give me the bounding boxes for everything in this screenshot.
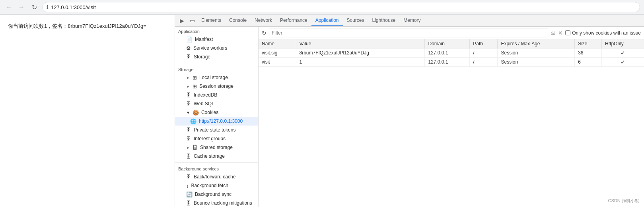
section-header-application: Application: [175, 27, 258, 35]
page-content: 你当前访问次数1，签名：8rbum7FIQz1exufJPl12a0uYDJg=…: [0, 15, 644, 207]
sidebar-item-cookies[interactable]: ▼ 🍪 Cookies: [175, 108, 258, 117]
bounce-tracking-label: Bounce tracking mitigations: [194, 200, 252, 206]
sidebar-item-cache-storage[interactable]: 🗄 Cache storage: [175, 152, 258, 161]
back-forward-cache-label: Back/forward cache: [194, 174, 235, 180]
cookies-data-table: Name Value Domain Path Expires / Max-Age…: [259, 39, 644, 67]
table-row[interactable]: visit.sig 8rbum7FIQz1exufJPl12a0uYDJg 12…: [259, 48, 644, 58]
sidebar-item-storage[interactable]: 🗄 Storage: [175, 52, 258, 61]
back-forward-cache-icon: 🗄: [186, 174, 191, 180]
col-name[interactable]: Name: [259, 39, 296, 48]
sidebar-item-background-sync[interactable]: 🔄 Background sync: [175, 190, 258, 199]
sidebar-item-shared-storage[interactable]: ► 🗄 Shared storage: [175, 143, 258, 152]
section-header-background-services: Background services: [175, 164, 258, 172]
cookies-url-label: http://127.0.0.1:3000: [199, 118, 243, 124]
cell-name-2: visit: [259, 58, 296, 67]
sidebar-item-local-storage[interactable]: ► ⊞ Local storage: [175, 73, 258, 82]
browser-toolbar: ← → ↻ ℹ 127.0.0.1:3000/visit: [0, 0, 644, 14]
cell-name-1: visit.sig: [259, 48, 296, 58]
devtools-tabs: ▶ ▭ Elements Console Network Performance…: [175, 15, 644, 27]
tab-memory[interactable]: Memory: [399, 15, 424, 26]
cache-storage-icon: 🗄: [186, 153, 191, 159]
divider-1: [175, 63, 258, 63]
sidebar-item-indexeddb[interactable]: 🗄 IndexedDB: [175, 91, 258, 99]
service-workers-label: Service workers: [193, 45, 227, 51]
web-sql-label: Web SQL: [194, 101, 214, 106]
cell-domain-2: 127.0.0.1: [425, 58, 470, 67]
address-bar[interactable]: ℹ 127.0.0.1:3000/visit: [42, 2, 640, 12]
sidebar-item-manifest[interactable]: 📄 Manifest: [175, 35, 258, 44]
cell-path-1: /: [470, 48, 498, 58]
url-text: 127.0.0.1:3000/visit: [51, 4, 96, 10]
sidebar-item-private-state-tokens[interactable]: 🗄 Private state tokens: [175, 126, 258, 134]
background-sync-icon: 🔄: [186, 192, 193, 197]
background-fetch-label: Background fetch: [191, 183, 228, 188]
shared-storage-label: Shared storage: [200, 145, 233, 150]
arrow-shared-storage: ►: [186, 145, 190, 150]
sidebar-item-background-fetch[interactable]: ↕ Background fetch: [175, 181, 258, 190]
watermark-text: CSDN @凯小默: [608, 198, 639, 203]
local-storage-icon: ⊞: [193, 75, 197, 81]
col-domain[interactable]: Domain: [425, 39, 470, 48]
session-storage-label: Session storage: [199, 83, 233, 89]
sidebar-item-interest-groups[interactable]: 🗄 Interest groups: [175, 134, 258, 143]
col-path[interactable]: Path: [470, 39, 498, 48]
reload-button[interactable]: ↻: [29, 2, 39, 12]
devtools-main: ↻ ⚖ ✕ Only show cookies with an issue N: [259, 27, 644, 207]
storage-icon: 🗄: [186, 54, 191, 60]
filter-funnel-button[interactable]: ⚖: [551, 30, 556, 36]
manifest-label: Manifest: [195, 37, 213, 42]
forward-button[interactable]: →: [17, 2, 26, 12]
cell-size-1: 36: [575, 48, 602, 58]
cell-domain-1: 127.0.0.1: [425, 48, 470, 58]
manifest-icon: 📄: [186, 37, 193, 43]
httponly-check-1: ✓: [621, 50, 625, 56]
col-expires[interactable]: Expires / Max-Age: [498, 39, 575, 48]
devtools-icon-cursor[interactable]: ▶: [177, 15, 187, 26]
cookies-label: Cookies: [201, 110, 218, 115]
sidebar-item-back-forward-cache[interactable]: 🗄 Back/forward cache: [175, 172, 258, 181]
interest-groups-label: Interest groups: [194, 136, 226, 141]
filter-bar: ↻ ⚖ ✕ Only show cookies with an issue: [259, 27, 644, 39]
cookies-url-icon: 🌐: [190, 118, 197, 124]
background-sync-label: Background sync: [195, 192, 232, 197]
table-row[interactable]: visit 1 127.0.0.1 / Session 6 ✓: [259, 58, 644, 67]
filter-input[interactable]: [269, 29, 548, 37]
col-size[interactable]: Size: [575, 39, 602, 48]
cookies-icon: 🍪: [193, 110, 199, 116]
indexeddb-icon: 🗄: [186, 92, 191, 98]
session-storage-icon: ⊞: [193, 83, 197, 89]
arrow-session-storage: ►: [186, 84, 190, 89]
shared-storage-icon: 🗄: [193, 145, 198, 151]
sidebar-item-web-sql[interactable]: 🗄 Web SQL: [175, 99, 258, 108]
sidebar-item-bounce-tracking[interactable]: 🗄 Bounce tracking mitigations: [175, 199, 258, 207]
watermark: CSDN @凯小默: [608, 198, 639, 204]
sidebar-item-cookies-url[interactable]: 🌐 http://127.0.0.1:3000: [175, 117, 258, 126]
storage-label: Storage: [194, 54, 210, 60]
only-issue-checkbox[interactable]: [565, 30, 570, 35]
devtools-icon-device[interactable]: ▭: [187, 15, 197, 26]
only-issue-text: Only show cookies with an issue: [572, 30, 641, 36]
tab-performance[interactable]: Performance: [276, 15, 311, 26]
tab-elements[interactable]: Elements: [197, 15, 225, 26]
back-button[interactable]: ←: [4, 2, 14, 12]
sidebar-item-service-workers[interactable]: ⚙ Service workers: [175, 44, 258, 52]
tab-application[interactable]: Application: [311, 15, 343, 26]
tab-sources[interactable]: Sources: [343, 15, 368, 26]
cell-expires-2: Session: [498, 58, 575, 67]
tab-console[interactable]: Console: [225, 15, 251, 26]
col-value[interactable]: Value: [296, 39, 425, 48]
tab-network[interactable]: Network: [251, 15, 276, 26]
interest-groups-icon: 🗄: [186, 136, 191, 142]
cell-path-2: /: [470, 58, 498, 67]
bounce-tracking-icon: 🗄: [186, 200, 191, 206]
filter-clear-button[interactable]: ✕: [558, 30, 563, 36]
cell-httponly-2: ✓: [602, 58, 644, 67]
refresh-button[interactable]: ↻: [262, 30, 267, 36]
sidebar-item-session-storage[interactable]: ► ⊞ Session storage: [175, 82, 258, 91]
cell-value-1: 8rbum7FIQz1exufJPl12a0uYDJg: [296, 48, 425, 58]
col-httponly[interactable]: HttpOnly: [602, 39, 644, 48]
tab-lighthouse[interactable]: Lighthouse: [368, 15, 400, 26]
cell-httponly-1: ✓: [602, 48, 644, 58]
only-issue-label: Only show cookies with an issue: [565, 30, 641, 36]
section-header-storage: Storage: [175, 65, 258, 73]
